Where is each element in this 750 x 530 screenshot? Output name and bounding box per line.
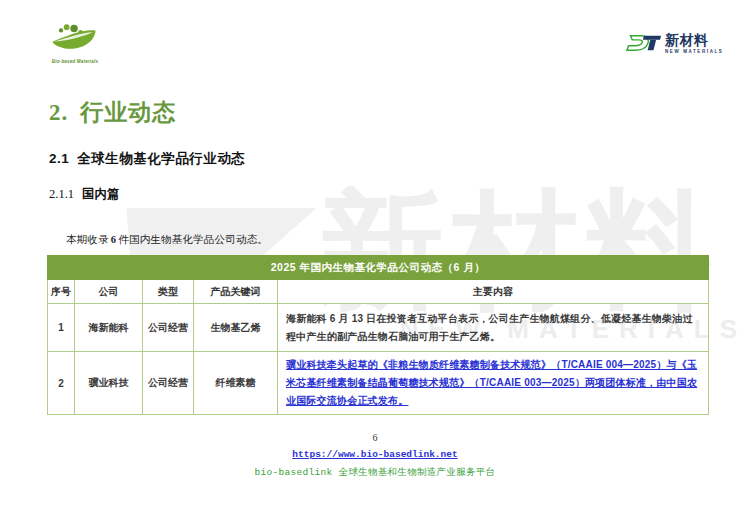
brand-cn-text: 新材料 [665, 33, 723, 48]
intro-sentence: 本期收录6件国内生物基化学品公司动态。 [66, 233, 268, 247]
footer-tagline: bio-basedlink 全球生物基和生物制造产业服务平台 [0, 466, 750, 479]
section-title-text: 行业动态 [80, 100, 176, 125]
table-header-row: 序号 公司 类型 产品关键词 主要内容 [48, 280, 709, 304]
table-row: 1 海新能科 公司经营 生物基乙烯 海新能科 6 月 13 日在投资者互动平台表… [48, 304, 709, 352]
section-number: 2. [49, 100, 68, 125]
intro-prefix: 本期收录 [66, 234, 109, 245]
col-header-type: 类型 [143, 280, 194, 304]
subsection-title: 2.1全球生物基化学品行业动态 [49, 150, 245, 168]
subsection-title-text: 全球生物基化学品行业动态 [77, 151, 245, 166]
col-header-no: 序号 [48, 280, 75, 304]
document-page: 新材料 NEW MATERIALS Bio-based Materials 新材… [0, 0, 750, 530]
intro-suffix: 件国内生物基化学品公司动态。 [118, 234, 268, 245]
dt-new-materials-logo: 新材料 NEW MATERIALS [626, 33, 723, 54]
subsection-number: 2.1 [49, 151, 69, 166]
page-number: 6 [0, 432, 750, 443]
table-title: 2025 年国内生物基化学品公司动态（6 月） [48, 256, 709, 280]
subsubsection-number: 2.1.1 [49, 187, 74, 201]
table-row: 2 骥业科技 公司经营 纤维素糖 骥业科技牵头起草的《非粮生物质纤维素糖制备技术… [48, 352, 709, 415]
logo-caption: Bio-based Materials [44, 59, 106, 64]
subsubsection-title: 2.1.1国内篇 [49, 186, 120, 203]
news-link[interactable]: 骥业科技牵头起草的《非粮生物质纤维素糖制备技术规范》（T/CAAIE 004—2… [286, 359, 697, 406]
news-table: 2025 年国内生物基化学品公司动态（6 月） 序号 公司 类型 产品关键词 主… [47, 255, 709, 415]
cell-keyword: 生物基乙烯 [194, 304, 278, 352]
cell-company: 海新能科 [75, 304, 143, 352]
col-header-keyword: 产品关键词 [194, 280, 278, 304]
dt-logo-icon [626, 33, 662, 53]
cell-keyword: 纤维素糖 [194, 352, 278, 415]
cell-content: 骥业科技牵头起草的《非粮生物质纤维素糖制备技术规范》（T/CAAIE 004—2… [278, 352, 709, 415]
cell-type: 公司经营 [143, 352, 194, 415]
cell-content: 海新能科 6 月 13 日在投资者互动平台表示，公司生产生物航煤组分、低凝烃基生… [278, 304, 709, 352]
leaf-molecule-icon [47, 20, 103, 54]
col-header-company: 公司 [75, 280, 143, 304]
site-url-link[interactable]: https://www.bio-basedlink.net [292, 449, 457, 460]
subsubsection-title-text: 国内篇 [82, 187, 120, 201]
cell-no: 1 [48, 304, 75, 352]
intro-count: 6 [109, 234, 118, 245]
page-footer: 6 https://www.bio-basedlink.net bio-base… [0, 432, 750, 479]
col-header-content: 主要内容 [278, 280, 709, 304]
bio-based-materials-logo: Bio-based Materials [44, 20, 106, 64]
brand-en-text: NEW MATERIALS [665, 49, 723, 54]
cell-company: 骥业科技 [75, 352, 143, 415]
cell-type: 公司经营 [143, 304, 194, 352]
section-title: 2.行业动态 [49, 97, 176, 128]
news-table-container: 2025 年国内生物基化学品公司动态（6 月） 序号 公司 类型 产品关键词 主… [47, 255, 708, 415]
cell-no: 2 [48, 352, 75, 415]
